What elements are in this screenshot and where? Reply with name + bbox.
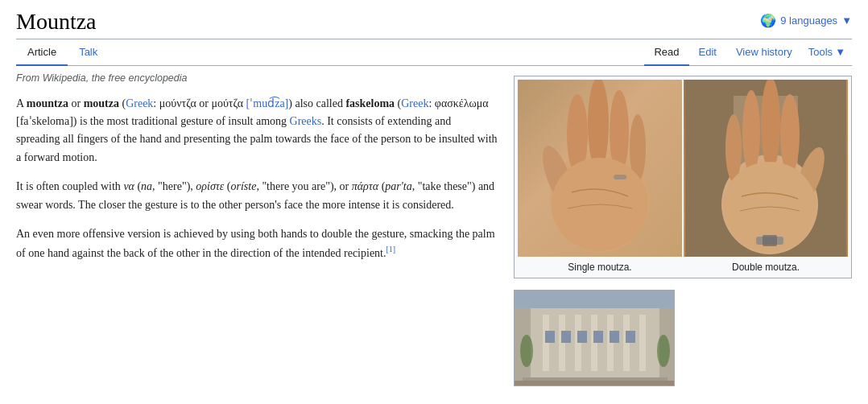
svg-rect-33	[626, 331, 635, 343]
content-area: From Wikipedia, the free encyclopedia A …	[16, 72, 852, 386]
image-box: Single moutza. Double moutza.	[514, 76, 852, 386]
svg-rect-35	[515, 381, 675, 386]
svg-rect-18	[763, 235, 777, 246]
footnote-1[interactable]: [1]	[386, 245, 396, 254]
term-faskeloma: faskeloma	[345, 97, 395, 109]
svg-point-3	[588, 80, 609, 171]
svg-rect-30	[577, 331, 587, 343]
link-greek-2[interactable]: Greek	[401, 97, 428, 109]
svg-rect-36	[515, 291, 675, 308]
article-body: A mountza or moutza (Greek: μούντζα or μ…	[16, 95, 498, 263]
svg-point-15	[725, 114, 742, 182]
word-parta-greek: πάρτα	[352, 180, 378, 192]
link-pronunciation[interactable]: [ˈmud͡za]	[246, 97, 289, 109]
paragraph-3: An even more offensive version is achiev…	[16, 225, 498, 262]
tab-edit[interactable]: Edit	[689, 39, 726, 64]
from-wikipedia: From Wikipedia, the free encyclopedia	[16, 72, 498, 84]
svg-rect-32	[610, 331, 619, 343]
svg-point-38	[657, 335, 670, 367]
caption-double: Double moutza.	[684, 260, 848, 274]
word-na-latin: na	[141, 180, 152, 192]
svg-rect-28	[545, 331, 555, 343]
tabs-right: Read Edit View history Tools ▼	[644, 39, 852, 65]
tab-talk[interactable]: Talk	[68, 39, 109, 66]
image-captions: Single moutza. Double moutza.	[518, 260, 848, 274]
single-moutza-image	[518, 80, 682, 257]
page-title: Mountza	[16, 8, 97, 35]
link-greek-1[interactable]: Greek	[126, 97, 153, 109]
svg-rect-29	[561, 331, 571, 343]
word-na-greek: να	[123, 180, 134, 192]
svg-point-12	[780, 94, 800, 175]
svg-point-37	[520, 335, 533, 367]
link-greeks[interactable]: Greeks	[290, 115, 322, 127]
tab-view-history[interactable]: View history	[726, 39, 802, 64]
tabs-left: Article Talk	[16, 39, 109, 65]
title-area: Mountza 🌍 9 languages ▼	[16, 0, 852, 39]
svg-point-14	[742, 90, 760, 174]
second-image-box[interactable]	[514, 290, 675, 386]
translate-icon: 🌍	[760, 13, 776, 28]
language-button[interactable]: 🌍 9 languages ▼	[760, 13, 852, 28]
svg-rect-27	[639, 315, 646, 371]
tabs-area: Article Talk Read Edit View history Tool…	[16, 39, 852, 66]
double-moutza-image	[684, 80, 848, 257]
word-oriste-greek: ορίστε	[196, 180, 224, 192]
image-container: Single moutza. Double moutza.	[514, 76, 852, 278]
term-moutza: moutza	[84, 97, 119, 109]
tools-dropdown[interactable]: Tools ▼	[802, 39, 852, 64]
chevron-down-icon: ▼	[841, 14, 852, 27]
caption-single: Single moutza.	[518, 260, 682, 274]
language-count: 9 languages	[780, 14, 837, 27]
svg-rect-31	[593, 331, 603, 343]
image-row	[518, 80, 848, 257]
main-content: From Wikipedia, the free encyclopedia A …	[16, 72, 498, 386]
svg-rect-7	[614, 175, 626, 179]
tab-read[interactable]: Read	[644, 39, 688, 66]
paragraph-1: A mountza or moutza (Greek: μούντζα or μ…	[16, 95, 498, 167]
svg-point-13	[761, 80, 780, 171]
word-parta-latin: par'ta	[385, 180, 411, 192]
term-mountza: mountza	[27, 97, 68, 109]
image-single-moutza[interactable]	[518, 80, 682, 257]
tools-label: Tools	[808, 46, 833, 58]
word-oriste-latin: oríste	[231, 180, 257, 192]
image-double-moutza[interactable]	[684, 80, 848, 257]
tools-chevron-icon: ▼	[835, 46, 845, 58]
paragraph-2: It is often coupled with να (na, "here")…	[16, 178, 498, 214]
tab-article[interactable]: Article	[16, 39, 68, 66]
